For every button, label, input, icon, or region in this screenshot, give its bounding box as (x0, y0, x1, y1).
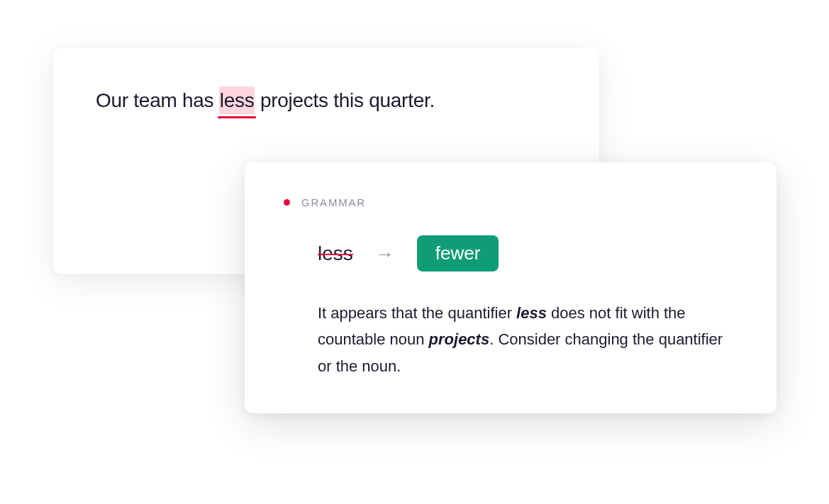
sentence-after: projects this quarter. (255, 89, 434, 111)
explanation-bold-word-1: less (516, 304, 547, 322)
explanation-text: It appears that the quantifier less does… (318, 300, 738, 379)
incorrect-word: less (318, 242, 353, 265)
sentence-before: Our team has (96, 89, 219, 111)
editor-sentence[interactable]: Our team has less projects this quarter. (96, 86, 557, 114)
apply-suggestion-button[interactable]: fewer (417, 235, 499, 271)
category-label: GRAMMAR (301, 196, 366, 208)
correction-row: less → fewer (318, 235, 738, 271)
arrow-right-icon: → (376, 245, 394, 263)
suggestion-category-header: GRAMMAR (284, 196, 738, 208)
suggestion-card: GRAMMAR less → fewer It appears that the… (245, 162, 777, 413)
explanation-bold-word-2: projects (429, 330, 490, 348)
highlighted-error-word[interactable]: less (219, 86, 255, 114)
category-dot-icon (284, 199, 290, 206)
